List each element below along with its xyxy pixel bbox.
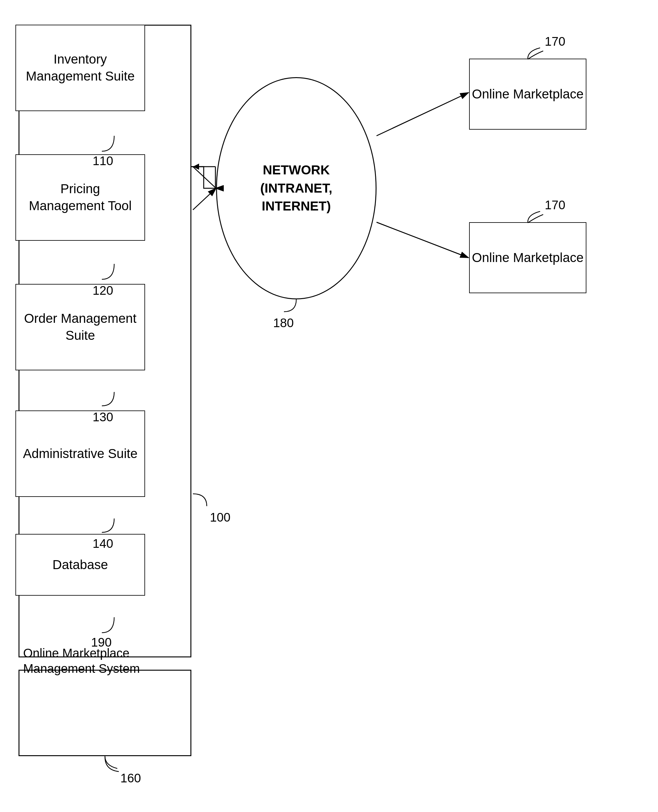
marketplace-box-2: Online Marketplace — [469, 222, 586, 293]
ref-170-1: 170 — [545, 34, 566, 48]
order-management-box: Order Management Suite — [16, 284, 145, 370]
svg-line-5 — [193, 167, 216, 188]
svg-line-3 — [376, 92, 468, 136]
ref-170-2: 170 — [545, 198, 566, 212]
administrative-suite-label: Administrative Suite — [23, 445, 137, 462]
administrative-suite-box: Administrative Suite — [16, 411, 145, 497]
svg-line-2 — [193, 188, 216, 210]
database-label: Database — [52, 556, 108, 574]
ref-160: 160 — [121, 771, 141, 785]
inventory-management-box: Inventory Management Suite — [16, 25, 145, 111]
marketplace-label-2: Online Marketplace — [472, 249, 584, 266]
pricing-management-label: Pricing Management Tool — [22, 180, 138, 214]
svg-marker-6 — [193, 163, 199, 170]
pricing-management-box: Pricing Management Tool — [16, 154, 145, 241]
inventory-management-label: Inventory Management Suite — [22, 51, 138, 85]
marketplace-box-1: Online Marketplace — [469, 59, 586, 130]
computer-box — [19, 670, 191, 756]
ref-100: 100 — [210, 511, 230, 524]
marketplace-label-1: Online Marketplace — [472, 86, 584, 103]
ref-180: 180 — [273, 316, 294, 330]
svg-line-4 — [376, 222, 468, 258]
network-label: NETWORK(INTRANET,INTERNET) — [260, 161, 332, 215]
network-ellipse: NETWORK(INTRANET,INTERNET) — [216, 77, 376, 299]
order-management-label: Order Management Suite — [22, 310, 138, 344]
diagram-container: Inventory Management Suite Pricing Manag… — [0, 0, 658, 812]
database-box: Database — [16, 534, 145, 596]
